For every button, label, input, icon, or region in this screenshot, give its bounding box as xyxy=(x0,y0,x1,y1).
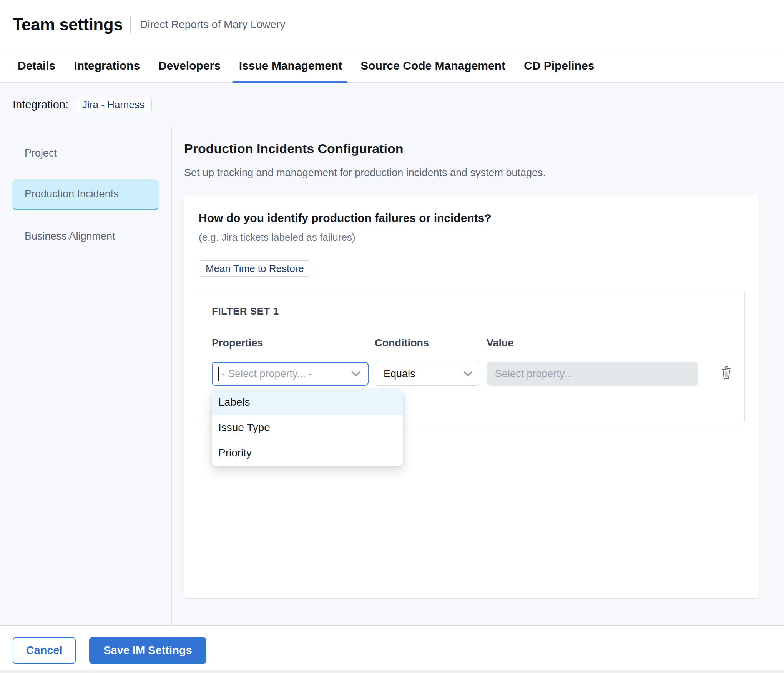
conditions-column-header: Conditions xyxy=(375,337,480,349)
integration-label: Integration: xyxy=(13,98,68,111)
page-subtitle: Direct Reports of Mary Lowery xyxy=(140,18,285,31)
chevron-down-icon xyxy=(463,371,473,377)
tab-bar: Details Integrations Developers Issue Ma… xyxy=(0,49,784,83)
tab-developers[interactable]: Developers xyxy=(158,49,221,82)
trash-icon xyxy=(720,375,733,381)
property-select[interactable]: - Select property... - xyxy=(212,362,369,386)
save-im-settings-button[interactable]: Save IM Settings xyxy=(89,637,206,664)
dropdown-option-issue-type[interactable]: Issue Type xyxy=(212,415,403,440)
section-subtitle: Set up tracking and management for produ… xyxy=(184,166,784,179)
property-combo-wrap: - Select property... - Labels Issue Type… xyxy=(212,362,369,386)
title-divider xyxy=(130,16,131,33)
tab-source-code-management[interactable]: Source Code Management xyxy=(360,49,505,82)
question-heading: How do you identify production failures … xyxy=(199,212,745,225)
main-panel: Production Incidents Configuration Set u… xyxy=(172,127,784,625)
property-dropdown-menu: Labels Issue Type Priority xyxy=(212,390,403,466)
dropdown-option-priority[interactable]: Priority xyxy=(212,440,403,466)
filter-set-title: FILTER SET 1 xyxy=(212,305,732,317)
tab-issue-management[interactable]: Issue Management xyxy=(239,49,342,82)
condition-select[interactable]: Equals xyxy=(375,362,480,386)
value-input[interactable] xyxy=(487,362,698,386)
condition-select-value: Equals xyxy=(384,368,415,380)
tab-details[interactable]: Details xyxy=(18,49,55,82)
dropdown-option-labels[interactable]: Labels xyxy=(212,390,403,415)
cancel-button[interactable]: Cancel xyxy=(13,637,76,664)
delete-filter-button[interactable] xyxy=(720,366,733,380)
team-settings-page: Team settings Direct Reports of Mary Low… xyxy=(0,0,784,673)
sidebar-item-production-incidents[interactable]: Production Incidents xyxy=(12,179,159,210)
header-spacer xyxy=(704,337,733,362)
sidebar-item-project[interactable]: Project xyxy=(0,138,171,168)
integration-band: Integration: Jira - Harness xyxy=(0,83,784,127)
value-column-header: Value xyxy=(487,337,698,349)
filter-set-box: FILTER SET 1 Properties Conditions Value… xyxy=(199,290,745,425)
content-region: Project Production Incidents Business Al… xyxy=(0,127,784,625)
incidents-config-card: How do you identify production failures … xyxy=(184,195,759,598)
settings-sidebar: Project Production Incidents Business Al… xyxy=(0,127,172,625)
text-cursor xyxy=(218,367,219,381)
question-hint: (e.g. Jira tickets labeled as failures) xyxy=(199,232,745,243)
property-select-placeholder: - Select property... - xyxy=(222,368,312,380)
filter-grid: Properties Conditions Value - Select pro… xyxy=(212,337,732,386)
chevron-down-icon xyxy=(351,371,361,377)
tab-integrations[interactable]: Integrations xyxy=(74,49,140,82)
tab-cd-pipelines[interactable]: CD Pipelines xyxy=(524,49,594,82)
integration-chip[interactable]: Jira - Harness xyxy=(75,97,152,113)
page-header: Team settings Direct Reports of Mary Low… xyxy=(0,0,784,49)
page-title: Team settings xyxy=(13,15,123,34)
properties-column-header: Properties xyxy=(212,337,369,349)
action-footer: Cancel Save IM Settings xyxy=(0,625,784,673)
section-title: Production Incidents Configuration xyxy=(184,141,784,156)
sidebar-item-business-alignment[interactable]: Business Alignment xyxy=(0,221,171,252)
mean-time-to-restore-chip[interactable]: Mean Time to Restore xyxy=(199,260,311,277)
